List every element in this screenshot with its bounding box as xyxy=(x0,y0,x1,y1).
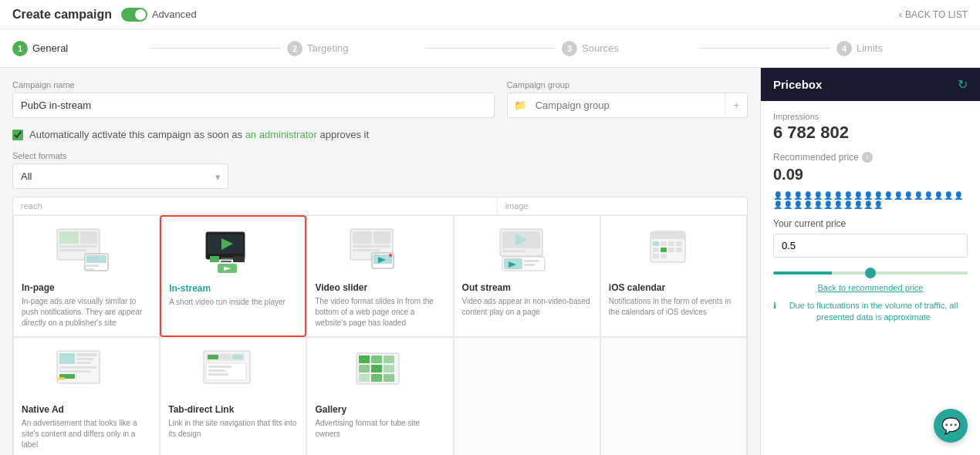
refresh-icon[interactable]: ↻ xyxy=(958,77,968,92)
formats-left: Select formats All reach image xyxy=(12,151,748,455)
card-out-stream-desc: Video ads appear in non-video-based cont… xyxy=(462,296,592,318)
ios-calendar-svg xyxy=(643,228,705,274)
chat-button[interactable]: 💬 xyxy=(934,409,968,443)
add-group-button[interactable]: + xyxy=(725,93,747,117)
person-11: 👤 xyxy=(874,191,883,200)
svg-rect-6 xyxy=(86,255,106,263)
campaign-group-label: Campaign group xyxy=(507,80,748,89)
person-20: 👤 xyxy=(773,201,782,209)
svg-rect-68 xyxy=(371,356,382,363)
select-formats-group: Select formats All xyxy=(12,151,748,189)
card-in-stream-title: In-stream xyxy=(169,283,211,294)
svg-rect-37 xyxy=(651,231,685,239)
step-line-2 xyxy=(424,48,556,49)
checkbox-label-pre: Automatically activate this campaign as … xyxy=(29,129,245,140)
advanced-toggle[interactable] xyxy=(121,8,147,22)
card-empty-2 xyxy=(600,337,747,455)
current-price-label: Your current price xyxy=(773,218,968,229)
svg-rect-72 xyxy=(384,365,394,372)
person-4: 👤 xyxy=(803,191,813,200)
slider-container xyxy=(773,265,968,277)
card-native-ad[interactable]: Native Ad An advertisement that looks li… xyxy=(13,337,160,455)
step-4[interactable]: 4 Limits xyxy=(836,41,968,56)
rec-price-info-icon[interactable]: i xyxy=(862,152,873,163)
svg-rect-53 xyxy=(59,366,97,369)
impressions-label: Impressions xyxy=(773,112,968,121)
cards-row-1: In-page In-page ads are visually similar… xyxy=(13,215,747,337)
fluctuation-info-icon: ℹ xyxy=(773,300,776,312)
person-22: 👤 xyxy=(793,201,803,209)
person-30-highlight: 👤 xyxy=(874,201,883,209)
rec-price-label: Recommended price xyxy=(773,152,859,163)
svg-rect-14 xyxy=(221,261,231,262)
svg-rect-64 xyxy=(208,369,225,372)
card-tab-direct-desc: Link in the site navigation that fits in… xyxy=(168,418,298,440)
person-3: 👤 xyxy=(793,191,803,200)
back-to-list-link[interactable]: ‹ BACK TO LIST xyxy=(899,9,968,20)
checkbox-label: Automatically activate this campaign as … xyxy=(29,129,369,140)
person-1: 👤 xyxy=(773,191,782,200)
svg-rect-52 xyxy=(76,362,90,364)
svg-rect-59 xyxy=(208,355,218,359)
svg-rect-8 xyxy=(86,268,94,270)
card-tab-direct[interactable]: Tab-direct Link Link in the site navigat… xyxy=(160,337,306,455)
person-16: 👤 xyxy=(924,191,933,200)
person-5: 👤 xyxy=(813,191,823,200)
ios-calendar-icon xyxy=(609,224,738,278)
step-2[interactable]: 2 Targeting xyxy=(287,41,418,56)
svg-rect-54 xyxy=(59,370,90,372)
campaign-group-input[interactable] xyxy=(532,93,725,117)
card-ios-calendar[interactable]: iOS calendar Notifications in the form o… xyxy=(600,215,747,337)
chat-icon: 💬 xyxy=(941,416,961,435)
price-slider[interactable] xyxy=(773,271,968,275)
svg-rect-34 xyxy=(524,260,539,262)
svg-rect-39 xyxy=(661,241,667,246)
person-8: 👤 xyxy=(843,191,853,200)
campaign-name-input[interactable] xyxy=(12,93,495,118)
svg-rect-12 xyxy=(210,256,219,262)
card-gallery[interactable]: Gallery Advertising format for tube site… xyxy=(306,337,453,455)
person-17: 👤 xyxy=(934,191,943,200)
page-title: Create campaign xyxy=(12,8,112,22)
svg-rect-46 xyxy=(653,254,659,258)
step-1-num: 1 xyxy=(12,41,28,56)
in-page-svg xyxy=(56,228,117,274)
card-out-stream[interactable]: Out stream Video ads appear in non-video… xyxy=(454,215,600,337)
svg-rect-15 xyxy=(233,256,245,262)
step-3-label: Sources xyxy=(582,42,619,54)
administrator-link[interactable]: an administrator xyxy=(245,129,317,140)
svg-rect-63 xyxy=(208,366,231,368)
select-formats-label: Select formats xyxy=(12,151,748,160)
gallery-svg xyxy=(349,349,411,396)
campaign-group-input-group: 📁 + xyxy=(507,93,748,118)
svg-rect-44 xyxy=(668,248,674,252)
step-3[interactable]: 3 Sources xyxy=(562,41,693,56)
current-price-input[interactable] xyxy=(773,234,968,258)
person-24: 👤 xyxy=(813,201,823,209)
person-19: 👤 xyxy=(954,191,963,200)
campaign-name-label: Campaign name xyxy=(12,80,495,89)
chevron-left-icon: ‹ xyxy=(899,9,902,20)
auto-activate-checkbox[interactable] xyxy=(12,130,23,140)
card-in-stream[interactable]: In-stream A short video run inside the p… xyxy=(160,215,306,337)
person-9: 👤 xyxy=(853,191,863,200)
person-28: 👤 xyxy=(853,201,863,209)
pricebox-title: Pricebox xyxy=(773,78,822,91)
steps-bar: 1 General 2 Targeting 3 Sources 4 Limits xyxy=(0,29,980,68)
svg-rect-30 xyxy=(502,250,525,252)
select-formats-input[interactable]: All xyxy=(12,163,228,189)
svg-rect-75 xyxy=(384,374,394,382)
back-rec-price-link[interactable]: Back to recommended price xyxy=(773,283,968,292)
person-10: 👤 xyxy=(863,191,873,200)
card-native-ad-title: Native Ad xyxy=(22,404,64,415)
person-26: 👤 xyxy=(833,201,843,209)
step-1[interactable]: 1 General xyxy=(12,41,144,56)
svg-rect-42 xyxy=(653,248,659,252)
card-tab-direct-title: Tab-direct Link xyxy=(168,404,234,415)
native-ad-svg xyxy=(56,349,117,396)
svg-rect-20 xyxy=(373,231,390,244)
main-layout: Campaign name Campaign group 📁 + Automat… xyxy=(0,68,980,455)
card-video-slider[interactable]: Video slider The video format slides in … xyxy=(306,215,453,337)
toggle-label: Advanced xyxy=(152,8,197,20)
card-in-page[interactable]: In-page In-page ads are visually similar… xyxy=(13,215,160,337)
